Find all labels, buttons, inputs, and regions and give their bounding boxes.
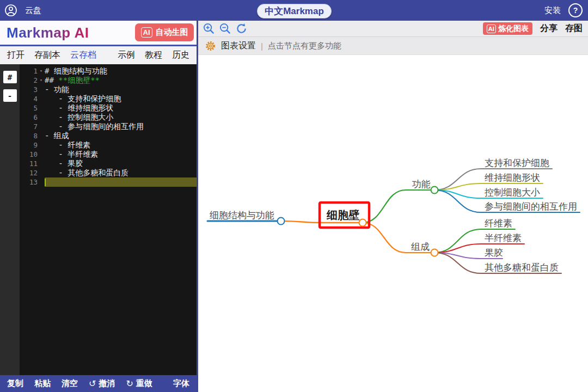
copy-button[interactable]: 复制 — [7, 378, 23, 389]
auto-generate-button[interactable]: AI 自动生图 — [135, 23, 194, 41]
mindmap-node-label[interactable]: 维持细胞形状 — [485, 173, 540, 183]
ai-badge-icon: AI — [487, 24, 497, 33]
site-title-pill[interactable]: 中文Markmap — [257, 4, 332, 19]
gear-icon[interactable] — [205, 40, 216, 52]
line-text[interactable]: - 功能 — [45, 85, 197, 94]
undo-button[interactable]: ↺ 撤消 — [89, 378, 115, 389]
mindmap-node-label[interactable]: 控制细胞大小 — [485, 187, 540, 198]
help-icon[interactable]: ? — [568, 3, 583, 17]
mindmap-node-label[interactable]: 支持和保护细胞 — [485, 158, 549, 168]
mindmap-canvas[interactable]: 细胞结构与功能细胞壁功能组成支持和保护细胞维持细胞形状控制细胞大小参与细胞间的相… — [198, 55, 588, 392]
line-text[interactable]: - 半纤维素 — [45, 150, 197, 159]
mindmap-node-label[interactable]: 半纤维素 — [485, 233, 522, 243]
examples-button[interactable]: 示例 — [118, 50, 135, 61]
font-button[interactable]: 字体 — [173, 378, 189, 389]
open-button[interactable]: 打开 — [7, 50, 24, 61]
markdown-editor[interactable]: # - 1▾# 细胞结构与功能2▾## **细胞壁**3- 功能4 - 支持和保… — [0, 64, 197, 375]
fold-spacer — [38, 94, 45, 103]
mindmap-node-label[interactable]: 果胶 — [485, 248, 503, 258]
mindmap-svg[interactable]: 细胞结构与功能细胞壁功能组成支持和保护细胞维持细胞形状控制细胞大小参与细胞间的相… — [198, 55, 588, 391]
fold-spacer — [38, 85, 45, 94]
code-token: - 支持和保护细胞 — [45, 94, 121, 103]
mindmap-node-label[interactable]: 细胞结构与功能 — [210, 210, 274, 220]
mindmap-node-label[interactable]: 细胞壁 — [326, 209, 359, 221]
line-text[interactable]: - 其他多糖和蛋白质 — [45, 168, 197, 177]
line-number: 1 — [20, 66, 38, 76]
insert-heading-button[interactable]: # — [3, 71, 17, 83]
paste-button[interactable]: 粘贴 — [34, 378, 51, 389]
editor-line[interactable]: 8- 组成 — [20, 131, 197, 140]
code-token: 细胞结构与功能 — [54, 66, 107, 75]
refresh-icon[interactable] — [235, 22, 248, 35]
line-number: 8 — [20, 131, 38, 140]
install-link[interactable]: 安装 — [544, 5, 561, 16]
top-bar: 云盘 中文Markmap 安装 ? — [0, 0, 588, 21]
markmap-app: 云盘 中文Markmap 安装 ? Markmap AI AI 自动生图 打开 … — [0, 0, 588, 392]
fold-icon[interactable]: ▾ — [38, 66, 45, 76]
line-text[interactable]: - 维持细胞形状 — [45, 103, 197, 113]
mindmap-node-circle[interactable] — [431, 249, 438, 256]
line-number: 9 — [20, 140, 38, 150]
history-button[interactable]: 历史 — [172, 50, 189, 61]
user-avatar-icon[interactable] — [4, 4, 17, 17]
mindmap-node-label[interactable]: 纤维素 — [485, 218, 512, 229]
line-number: 11 — [20, 159, 38, 168]
ai-refine-button[interactable]: AI 炼化图表 — [483, 22, 533, 35]
line-text[interactable]: - 参与细胞间的相互作用 — [45, 122, 197, 131]
clear-button[interactable]: 清空 — [62, 378, 78, 389]
code-token: - 维持细胞形状 — [45, 103, 113, 112]
line-number: 13 — [20, 177, 38, 187]
line-text[interactable] — [45, 177, 197, 187]
mindmap-node-label[interactable]: 参与细胞间的相互作用 — [485, 201, 577, 212]
line-text[interactable]: # 细胞结构与功能 — [45, 66, 197, 76]
editor-line[interactable]: 3- 功能 — [20, 85, 197, 94]
line-text[interactable]: - 控制细胞大小 — [45, 113, 197, 122]
editor-panel: Markmap AI AI 自动生图 打开 存副本 云存档 示例 教程 历史 #… — [0, 21, 197, 392]
mindmap-node-label[interactable]: 功能 — [412, 179, 431, 189]
line-text[interactable]: ## **细胞壁** — [45, 76, 197, 85]
insert-list-button[interactable]: - — [3, 89, 17, 102]
editor-line[interactable]: 7 - 参与细胞间的相互作用 — [20, 122, 197, 131]
map-panel: AI 炼化图表 分享 存图 图表设置 | 点击节点有更多功能 细胞结构与功能细胞… — [198, 21, 588, 392]
line-text[interactable]: - 纤维素 — [45, 140, 197, 150]
editor-line[interactable]: 6 - 控制细胞大小 — [20, 113, 197, 122]
tutorial-button[interactable]: 教程 — [145, 50, 162, 61]
editor-line[interactable]: 10 - 半纤维素 — [20, 150, 197, 159]
mindmap-node-circle[interactable] — [431, 187, 438, 194]
fold-icon[interactable]: ▾ — [38, 76, 45, 85]
cloud-drive-link[interactable]: 云盘 — [25, 5, 41, 16]
editor-line[interactable]: 12 - 其他多糖和蛋白质 — [20, 168, 197, 177]
line-text[interactable]: - 组成 — [45, 131, 197, 140]
zoom-in-icon[interactable] — [203, 22, 215, 35]
app-logo: Markmap AI — [7, 24, 89, 41]
editor-line[interactable]: 4 - 支持和保护细胞 — [20, 94, 197, 103]
editor-line[interactable]: 5 - 维持细胞形状 — [20, 103, 197, 113]
mindmap-node-label[interactable]: 组成 — [411, 242, 430, 252]
editor-line[interactable]: 11 - 果胶 — [20, 159, 197, 168]
editor-line[interactable]: 1▾# 细胞结构与功能 — [20, 66, 197, 76]
chart-settings-button[interactable]: 图表设置 — [221, 40, 256, 52]
code-token: - 其他多糖和蛋白质 — [45, 168, 128, 177]
mindmap-node-circle[interactable] — [278, 218, 285, 225]
node-hint-text: 点击节点有更多功能 — [268, 41, 341, 51]
redo-button[interactable]: ↻ 重做 — [126, 378, 152, 389]
mindmap-link — [434, 229, 481, 253]
brand-row: Markmap AI AI 自动生图 — [0, 21, 197, 46]
editor-line[interactable]: 2▾## **细胞壁** — [20, 76, 197, 85]
mindmap-node-circle[interactable] — [359, 219, 366, 226]
fold-spacer — [38, 103, 45, 113]
editor-line[interactable]: 13 — [20, 177, 197, 187]
code-lines[interactable]: 1▾# 细胞结构与功能2▾## **细胞壁**3- 功能4 - 支持和保护细胞5… — [20, 64, 197, 375]
redo-icon: ↻ — [126, 378, 133, 389]
mindmap-node-label[interactable]: 其他多糖和蛋白质 — [485, 262, 559, 273]
save-image-button[interactable]: 存图 — [565, 23, 583, 34]
fold-spacer — [38, 168, 45, 177]
cloud-save-button[interactable]: 云存档 — [70, 50, 96, 61]
line-text[interactable]: - 支持和保护细胞 — [45, 94, 197, 103]
save-copy-button[interactable]: 存副本 — [34, 50, 60, 61]
editor-line[interactable]: 9 - 纤维素 — [20, 140, 197, 150]
editor-bottom-bar: 复制 粘贴 清空 ↺ 撤消 ↻ 重做 字体 — [0, 375, 197, 392]
zoom-out-icon[interactable] — [219, 22, 231, 35]
line-text[interactable]: - 果胶 — [45, 159, 197, 168]
share-button[interactable]: 分享 — [540, 23, 558, 34]
